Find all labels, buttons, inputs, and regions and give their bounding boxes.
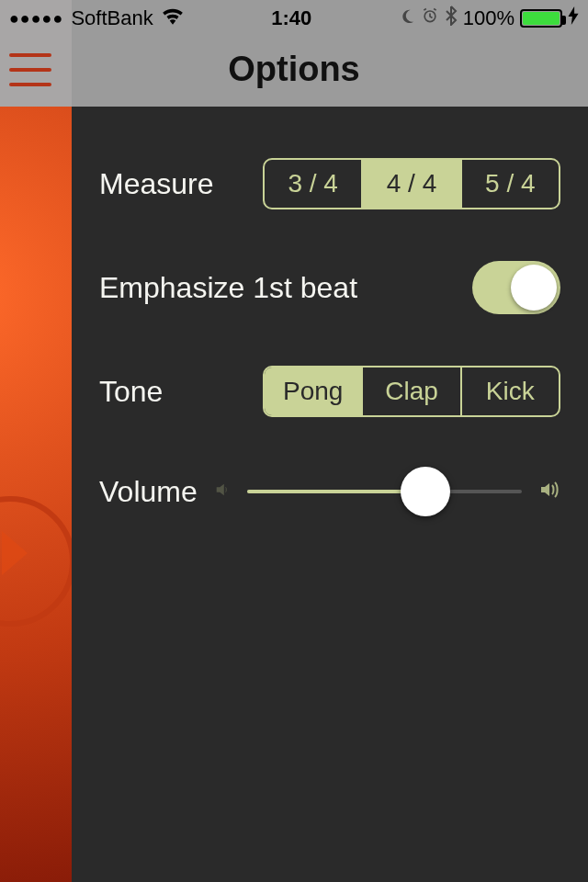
measure-option-4-4[interactable]: 4 / 4 (363, 160, 461, 208)
measure-label: Measure (99, 167, 237, 201)
tone-option-kick[interactable]: Kick (462, 368, 559, 415)
signal-icon: ●●●●● (9, 9, 63, 28)
options-panel: Measure 3 / 4 4 / 4 5 / 4 Emphasize 1st … (72, 107, 588, 882)
charging-icon (568, 6, 579, 30)
measure-option-3-4[interactable]: 3 / 4 (265, 160, 363, 208)
measure-segmented: 3 / 4 4 / 4 5 / 4 (263, 158, 560, 209)
page-title: Options (0, 50, 588, 89)
emphasize-label: Emphasize 1st beat (99, 271, 357, 305)
bluetooth-icon (445, 6, 458, 31)
header: ●●●●● SoftBank 1:40 100% (0, 0, 588, 107)
status-bar: ●●●●● SoftBank 1:40 100% (0, 0, 588, 37)
battery-pct: 100% (463, 6, 514, 30)
play-icon (2, 531, 28, 575)
underlay-left-strip (0, 0, 72, 882)
clock: 1:40 (271, 6, 311, 30)
measure-option-5-4[interactable]: 5 / 4 (462, 160, 559, 208)
volume-low-icon (214, 481, 231, 502)
battery-icon (520, 9, 562, 28)
volume-label: Volume (99, 475, 198, 509)
volume-high-icon (538, 479, 560, 505)
tone-label: Tone (99, 375, 237, 409)
toggle-knob (511, 265, 557, 311)
tone-option-pong[interactable]: Pong (265, 368, 363, 415)
moon-icon (399, 6, 415, 30)
tone-option-clap[interactable]: Clap (363, 368, 461, 415)
volume-slider[interactable] (247, 469, 522, 514)
slider-thumb[interactable] (401, 467, 450, 516)
carrier-label: SoftBank (71, 6, 153, 30)
alarm-icon (421, 6, 439, 30)
tone-segmented: Pong Clap Kick (263, 366, 560, 417)
emphasize-toggle[interactable] (472, 261, 560, 314)
wifi-icon (161, 6, 185, 30)
